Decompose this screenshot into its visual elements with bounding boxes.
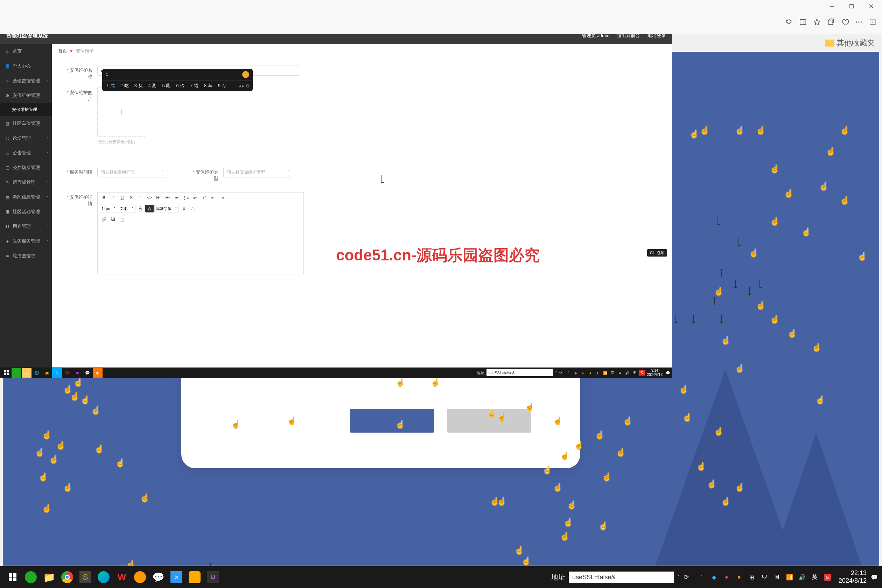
editor-strike-button[interactable]: S (127, 194, 135, 202)
ime-prev-icon[interactable]: ◂ (239, 83, 241, 88)
outer-taskbar-intellij[interactable]: IJ (204, 569, 221, 585)
time-select[interactable]: 请选择服务时间段˅ (97, 167, 167, 177)
tray-icon[interactable]: 🖥 (617, 370, 622, 375)
editor-content-area[interactable] (98, 225, 303, 274)
ime-candidate-8[interactable]: 8 车 (202, 82, 214, 90)
taskbar-wechat[interactable]: 💬 (82, 368, 92, 378)
sidebar-item-forum[interactable]: ◌论坛管理˅ (0, 131, 52, 146)
tray-icon[interactable]: 🗨 (610, 370, 615, 375)
sidebar-item-users[interactable]: ⫿⫿用户管理˅ (0, 219, 52, 234)
image-upload-box[interactable]: + (97, 87, 146, 136)
outer-tray-sound-icon[interactable]: 🔊 (798, 573, 806, 581)
outer-taskbar-app-1[interactable] (22, 569, 39, 585)
sidebar-icon[interactable] (799, 18, 807, 26)
editor-italic-button[interactable]: I (109, 194, 117, 202)
ime-candidate-4[interactable]: 4 测 (147, 82, 158, 90)
editor-quote-button[interactable]: ❝ (136, 194, 144, 202)
inner-addr-input[interactable]: useSSL=false& (486, 369, 553, 376)
outer-tray-icon[interactable]: ● (722, 573, 731, 581)
outer-taskbar-sublime[interactable]: S (77, 569, 94, 585)
tray-icon[interactable]: ● (588, 370, 593, 375)
sidebar-item-carousel[interactable]: ≣轮播图信息 (0, 249, 52, 263)
editor-bold-button[interactable]: B (100, 194, 108, 202)
sidebar-item-personal[interactable]: 👤个人中心 (0, 59, 52, 74)
outer-taskbar-app-10[interactable] (186, 569, 203, 585)
outer-taskbar-edge[interactable] (95, 569, 112, 585)
editor-fontsize-select[interactable]: 14px˅ (100, 205, 117, 213)
sidebar-item-public[interactable]: ▢公共场所管理˅ (0, 160, 52, 175)
tray-icon[interactable]: ● (595, 370, 601, 375)
sidebar-item-parking[interactable]: ▦社区车位管理˅ (0, 116, 52, 131)
taskbar-chrome[interactable]: 🌐 (32, 368, 42, 378)
outer-clock[interactable]: 22:13 2024/8/12 (838, 570, 867, 585)
outer-taskbar-app-9[interactable]: ✕ (168, 569, 185, 585)
outer-tray-icon[interactable]: 🖥 (773, 573, 781, 581)
emoji-icon[interactable] (242, 71, 249, 78)
outer-tray-icon[interactable]: ◆ (710, 573, 718, 581)
add-tab-icon[interactable] (869, 18, 877, 26)
sidebar-item-gov[interactable]: ◈政务服务管理˅ (0, 234, 52, 249)
editor-code-button[interactable]: <> (145, 194, 154, 202)
sidebar-item-home[interactable]: ⌂首页 (0, 44, 52, 59)
inner-addr-refresh-icon[interactable]: ⟳ (559, 370, 562, 375)
start-button[interactable] (2, 368, 11, 378)
editor-video-button[interactable]: ▢ (118, 216, 126, 223)
sidebar-item-news[interactable]: ▤新闻信息管理˅ (0, 190, 52, 204)
edge-minimize-button[interactable] (824, 1, 840, 12)
ime-candidate-7[interactable]: 7 错 (189, 82, 200, 90)
outer-taskbar-app-7[interactable] (132, 569, 148, 585)
editor-indent-button[interactable]: ⇥ (218, 194, 226, 202)
editor-fontfamily-select[interactable]: 标准字体˅ (154, 205, 179, 213)
ime-candidate-2[interactable]: 2 吃 (119, 82, 130, 90)
ime-candidate-3[interactable]: 3 从 (133, 82, 144, 90)
editor-underline-button[interactable]: U (118, 194, 126, 202)
outer-taskbar-wechat[interactable]: 💬 (150, 569, 166, 585)
outer-tray-sogou-icon[interactable]: S (823, 573, 832, 581)
editor-ol-button[interactable]: ≣ (172, 194, 181, 202)
tray-icon[interactable]: 🔊 (624, 370, 630, 375)
taskbar-app-4[interactable]: ▣ (42, 368, 52, 378)
outer-tray-wifi-icon[interactable]: 📶 (785, 573, 794, 581)
tray-ime-icon[interactable]: 中 (632, 370, 638, 375)
outer-taskbar-wps[interactable]: W (113, 569, 130, 585)
outer-tray-icon[interactable]: ● (735, 573, 743, 581)
taskbar-app-7[interactable]: ⊞ (72, 368, 82, 378)
taskbar-app-9[interactable]: ◉ (93, 368, 102, 378)
outer-start-button[interactable] (4, 569, 21, 585)
collections-icon[interactable] (827, 18, 835, 26)
editor-ul-button[interactable]: ⋮≡ (182, 194, 190, 202)
tray-icon[interactable]: ◆ (573, 370, 579, 375)
taskbar-app-5[interactable]: N (52, 368, 62, 378)
ime-candidate-9[interactable]: 9 存 (217, 82, 228, 90)
editor-align-button[interactable]: ≡ (180, 205, 188, 213)
tray-icon[interactable]: 📶 (602, 370, 608, 375)
sidebar-item-activity[interactable]: ▣社区活动管理˅ (0, 204, 52, 219)
outer-addr-refresh-icon[interactable]: ⟳ (684, 573, 689, 581)
breadcrumb-home[interactable]: 首页 (58, 48, 67, 54)
editor-image-button[interactable]: 🖼 (109, 216, 117, 223)
editor-sub-button[interactable]: x₂ (191, 194, 199, 202)
editor-bgcolor-button[interactable]: A (145, 205, 154, 213)
editor-clear-button[interactable]: Tₓ (189, 205, 197, 213)
taskbar-app-6[interactable]: W (62, 368, 72, 378)
editor-link-button[interactable]: 🔗 (100, 216, 108, 223)
edge-maximize-button[interactable] (843, 1, 860, 12)
sidebar-item-basedata[interactable]: ≡基础数据管理˅ (0, 74, 52, 88)
notifications-icon[interactable]: 💬 (665, 370, 670, 375)
other-favorites-folder[interactable]: 其他收藏夹 (825, 38, 875, 48)
type-select[interactable]: 请选择安保维护类型˅ (223, 167, 293, 177)
outer-addr-input[interactable]: useSSL=false& (569, 572, 674, 583)
tray-icon[interactable]: ● (580, 370, 586, 375)
outer-notifications-icon[interactable]: 💬 (870, 573, 879, 581)
outer-tray-ime-lang[interactable]: 英 (811, 573, 819, 581)
extensions-icon[interactable] (785, 18, 793, 26)
ime-settings-icon[interactable]: ⚙ (246, 83, 250, 88)
sidebar-item-notice[interactable]: △公告管理˅ (0, 146, 52, 160)
ime-candidate-1[interactable]: 1 成 (105, 82, 116, 90)
outer-tray-up-icon[interactable]: ˄ (697, 573, 706, 581)
tray-up-icon[interactable]: ˄ (566, 370, 571, 375)
taskbar-explorer[interactable]: 📁 (22, 368, 32, 378)
editor-h1-button[interactable]: H₁ (154, 194, 163, 202)
editor-color-button[interactable]: A (136, 205, 144, 213)
outer-taskbar-chrome[interactable] (59, 569, 76, 585)
